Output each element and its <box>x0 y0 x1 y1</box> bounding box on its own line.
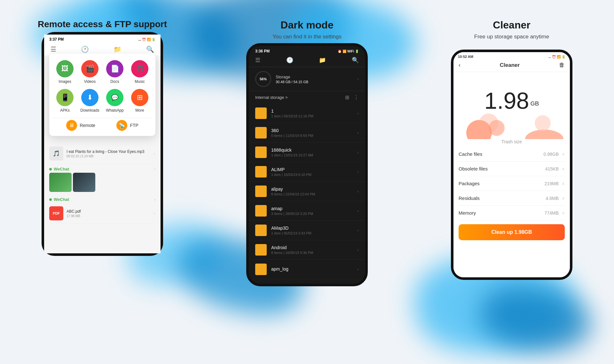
history-icon[interactable]: 🕐 <box>81 45 89 53</box>
folder-icon-4 <box>255 186 267 197</box>
dark-folder-item-2[interactable]: 1688quick 1 item | 13/01/19 10:27 AM › <box>249 143 365 162</box>
phone2-frame: 3:36 PM ⏰ 📶 WiFi 🔋 ☰ 🕐 📁 🔍 <box>246 43 368 286</box>
back-icon[interactable]: ‹ <box>459 62 460 68</box>
docs-icon: 📄 <box>106 60 123 77</box>
folder-meta-6: 1 item | 05/02/19 3:43 PM <box>271 231 353 235</box>
folder-icon-8 <box>255 264 267 275</box>
phone3-status-bar: 10:52 AM ... ⏰ 📶 🔋 <box>453 52 570 60</box>
app-grid-popup: 🖼 Images 🎬 Videos 📄 Docs 🎵 <box>49 54 155 136</box>
apks-icon: 📱 <box>56 89 74 106</box>
section1-title: Remote access & FTP support <box>38 19 167 29</box>
search-icon[interactable]: 🔍 <box>146 45 154 53</box>
dark-folder-item-4[interactable]: alipay 8 items | 22/04/19 12:04 PM › <box>249 182 365 201</box>
wechat2-dot <box>49 198 52 201</box>
deco-circles <box>453 114 570 139</box>
folder-icon-6 <box>255 225 267 236</box>
menu-icon[interactable]: ☰ <box>51 45 56 53</box>
app-downloads[interactable]: ⬇ Downloads <box>79 89 101 113</box>
folder-meta-1: 0 items | 11/03/19 8:59 PM <box>271 134 353 138</box>
more-icon: ⊞ <box>131 89 148 106</box>
app-docs[interactable]: 📄 Docs <box>104 60 126 84</box>
trash-icon[interactable]: 🗑 <box>559 62 565 68</box>
cleaner-item-name-3: Residuals <box>459 195 480 201</box>
cleaner-item-right-2: 219MB ∧ <box>545 181 565 186</box>
phone2-status-bar: 3:36 PM ⏰ 📶 WiFi 🔋 <box>249 46 365 55</box>
cleaner-item-size-0: 0.98GB <box>544 152 559 157</box>
dark-folder-item-3[interactable]: ALIMP 1 item | 18/03/19 6:10 PM › <box>249 162 365 182</box>
path-bar: Internal storage > ⊞ ⋮ <box>249 91 365 104</box>
cleaner-item-2[interactable]: Packages 219MB ∧ <box>459 176 565 191</box>
internal-storage-path[interactable]: Internal storage > <box>255 95 288 100</box>
folder-meta-3: 1 item | 18/03/19 6:10 PM <box>271 173 353 177</box>
pdf-name: ABC.pdf <box>67 209 150 214</box>
path-icons: ⊞ ⋮ <box>345 94 359 100</box>
cleaner-item-name-4: Memory <box>459 210 476 216</box>
trash-size-unit: GB <box>531 100 539 107</box>
cleaner-item-3[interactable]: Residuals 4.6MB ∧ <box>459 191 565 206</box>
folder-arrow-6: › <box>357 228 359 233</box>
cleaner-item-right-4: 774MB ∧ <box>545 210 565 216</box>
app-more[interactable]: ⊞ More <box>129 89 151 113</box>
app-whatsapp[interactable]: 💬 WhatsApp <box>104 89 126 113</box>
dark-menu-icon[interactable]: ☰ <box>255 57 260 64</box>
cleaner-item-0[interactable]: Cache files 0.98GB ∧ <box>459 147 565 162</box>
expand-icon-0: ∧ <box>562 152 565 156</box>
app-images[interactable]: 🖼 Images <box>54 60 76 84</box>
app-videos[interactable]: 🎬 Videos <box>79 60 101 84</box>
grid-icon[interactable]: ⊞ <box>345 94 349 100</box>
dark-history-icon[interactable]: 🕐 <box>286 57 293 64</box>
dark-search-icon[interactable]: 🔍 <box>352 57 359 64</box>
dark-folder-item-5[interactable]: amap 3 items | 28/05/19 3:20 PM › <box>249 201 365 221</box>
cleaner-item-size-1: 415KB <box>545 166 559 171</box>
remote-item[interactable]: 🖥 Remote <box>66 120 95 131</box>
folder-arrow-1: › <box>357 130 359 135</box>
more-options-icon[interactable]: ⋮ <box>354 94 359 100</box>
deco-circle-5 <box>535 115 551 131</box>
music-icon: 🎵 <box>131 60 148 77</box>
section3-title: Cleaner <box>493 19 530 31</box>
folder-arrow-7: › <box>357 247 359 252</box>
app-apks[interactable]: 📱 APKs <box>54 89 76 113</box>
folder-icon-1 <box>255 127 267 138</box>
cleaner-header: ‹ Cleaner 🗑 <box>453 60 570 72</box>
mp3-thumb: 🎵 <box>49 146 63 161</box>
phone2-status-icons: ⏰ 📶 WiFi 🔋 <box>338 50 359 53</box>
phone2-nav: ☰ 🕐 📁 🔍 <box>249 55 365 67</box>
clean-button[interactable]: Clean up 1.98GB <box>459 224 565 240</box>
dark-folder-item-1[interactable]: 360 0 items | 11/03/19 8:59 PM › <box>249 123 365 143</box>
dark-folder-item-8[interactable]: apm_log › <box>249 260 365 279</box>
storage-info: Storage 30.48 GB / 54.15 GB <box>276 75 353 84</box>
cleaner-item-1[interactable]: Obsolete files 415KB ∧ <box>459 162 565 176</box>
phone2-time: 3:36 PM <box>255 49 270 53</box>
cleaner-item-4[interactable]: Memory 774MB ∧ <box>459 206 565 220</box>
folder-info-7: Android 8 items | 16/05/19 9:36 PM <box>271 245 353 255</box>
folder-meta-2: 1 item | 13/01/19 10:27 AM <box>271 153 353 157</box>
expand-icon-4: ∧ <box>562 211 565 215</box>
folder-info-3: ALIMP 1 item | 18/03/19 6:10 PM <box>271 167 353 177</box>
section3-subtitle: Free up storage space anytime <box>474 34 549 40</box>
videos-label: Videos <box>84 79 96 84</box>
storage-card[interactable]: 56% Storage 30.48 GB / 54.15 GB › <box>249 67 365 91</box>
dark-folder-item-0[interactable]: 1 1 item | 09/10/18 11:16 PM › <box>249 104 365 123</box>
dark-folder-item-6[interactable]: AMap3D 1 item | 05/02/19 3:43 PM › <box>249 221 365 240</box>
mp3-info: I eat Plants for a living - Close Your E… <box>67 149 150 158</box>
dark-folder-item-7[interactable]: Android 8 items | 16/05/19 9:36 PM › <box>249 240 365 260</box>
trash-size-number: 1.98 <box>484 89 529 112</box>
folder-icon[interactable]: 📁 <box>114 45 122 53</box>
folder-meta-0: 1 item | 09/10/18 11:16 PM <box>271 114 353 118</box>
images-label: Images <box>59 79 71 84</box>
cleaner-item-right-1: 415KB ∧ <box>545 166 565 171</box>
app-music[interactable]: 🎵 Music <box>129 60 151 84</box>
pdf-arrow: ○ <box>153 211 155 216</box>
ftp-label: FTP <box>130 123 138 128</box>
folder-info-6: AMap3D 1 item | 05/02/19 3:43 PM <box>271 226 353 235</box>
cleaner-item-right-3: 4.6MB ∧ <box>546 196 565 201</box>
dark-folder-nav-icon[interactable]: 📁 <box>319 57 326 64</box>
cleaner-item-name-1: Obsolete files <box>459 166 488 171</box>
remote-ftp-row: 🖥 Remote 📡 FTP <box>52 118 152 133</box>
ftp-item[interactable]: 📡 FTP <box>116 120 138 131</box>
section2-subtitle: You can find it in the settings <box>272 34 342 40</box>
dark-folder-list: 1 1 item | 09/10/18 11:16 PM › 360 0 ite… <box>249 104 365 279</box>
pdf-meta: 17.98 MB <box>67 214 150 218</box>
folder-icon-2 <box>255 146 267 158</box>
